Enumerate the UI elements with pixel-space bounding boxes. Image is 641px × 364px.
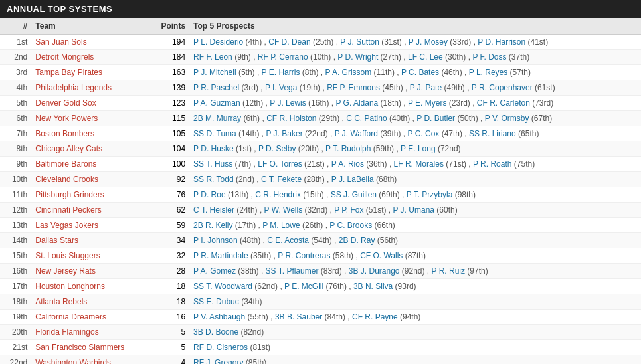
prospect-link[interactable]: P E. McGill	[284, 282, 323, 291]
prospect-link[interactable]: P D. Roe	[193, 190, 225, 199]
prospect-link[interactable]: C C. Patino	[346, 114, 387, 123]
prospect-link[interactable]: CF R. Payne	[352, 312, 398, 321]
prospect-link[interactable]: P J. Lewis	[270, 98, 306, 108]
team-cell[interactable]: San Francisco Slammers	[31, 340, 149, 355]
prospect-link[interactable]: P L. Reyes	[469, 68, 507, 77]
team-cell[interactable]: Philadelphia Legends	[31, 80, 149, 96]
prospect-link[interactable]: P D. Harrison	[478, 37, 525, 46]
prospect-link[interactable]: P J. Baker	[266, 129, 302, 138]
prospect-link[interactable]: P J. LaBella	[331, 175, 374, 184]
prospect-link[interactable]: P V. Ormsby	[485, 114, 529, 123]
prospect-link[interactable]: P A. Gomez	[193, 266, 236, 276]
prospect-link[interactable]: 2B D. Ray	[339, 236, 375, 245]
prospect-link[interactable]: P L. Desiderio	[193, 37, 243, 46]
prospect-link[interactable]: P D. Wright	[337, 52, 378, 62]
prospect-link[interactable]: RF F. Leon	[193, 52, 232, 62]
prospect-link[interactable]: P E. Long	[401, 144, 436, 153]
team-cell[interactable]: Florida Flamingos	[31, 325, 149, 340]
team-cell[interactable]: Atlanta Rebels	[31, 294, 149, 310]
team-cell[interactable]: New York Powers	[31, 111, 149, 126]
prospect-link[interactable]: SS R. Todd	[193, 175, 233, 184]
team-cell[interactable]: St. Louis Sluggers	[31, 248, 149, 264]
prospect-link[interactable]: LF R. Morales	[394, 159, 444, 169]
prospect-link[interactable]: P R. Ruiz	[432, 266, 465, 276]
prospect-link[interactable]: SS E. Dubuc	[193, 297, 239, 306]
prospect-link[interactable]: P A. Rios	[331, 159, 364, 169]
prospect-link[interactable]: P D. Huske	[193, 144, 233, 153]
prospect-link[interactable]: P I. Vega	[265, 83, 298, 92]
prospect-link[interactable]: P G. Aldana	[335, 98, 378, 108]
prospect-link[interactable]: SS J. Guillen	[331, 190, 377, 199]
prospect-link[interactable]: LF C. Lee	[408, 52, 443, 62]
team-cell[interactable]: Cleveland Crooks	[31, 172, 149, 187]
team-cell[interactable]: Boston Bombers	[31, 126, 149, 141]
team-cell[interactable]: Denver Gold Sox	[31, 96, 149, 111]
prospect-link[interactable]: CF R. Carleton	[477, 98, 530, 108]
prospect-link[interactable]: C T. Fekete	[261, 175, 302, 184]
prospect-link[interactable]: P J. Umana	[393, 205, 434, 215]
team-cell[interactable]: Las Vegas Jokers	[31, 218, 149, 233]
team-cell[interactable]: Baltimore Barons	[31, 157, 149, 172]
prospect-link[interactable]: P R. Contreras	[278, 251, 330, 260]
team-cell[interactable]: San Juan Sols	[31, 35, 149, 50]
team-cell[interactable]: New Jersey Rats	[31, 264, 149, 279]
prospect-link[interactable]: RF P. Cerrano	[258, 52, 308, 62]
prospect-link[interactable]: SS T. Pflaumer	[266, 266, 319, 276]
prospect-link[interactable]: CF D. Dean	[268, 37, 310, 46]
prospect-link[interactable]: 3B N. Silva	[353, 282, 393, 291]
prospect-link[interactable]: P W. Wells	[264, 205, 303, 215]
prospect-link[interactable]: P R. Roath	[473, 159, 511, 169]
prospect-link[interactable]: 3B J. Durango	[349, 266, 400, 276]
prospect-link[interactable]: P A. Guzman	[193, 98, 240, 108]
prospect-link[interactable]: CF R. Holston	[266, 114, 316, 123]
prospect-link[interactable]: P J. Sutton	[340, 37, 379, 46]
prospect-link[interactable]: P T. Przybyla	[407, 190, 453, 199]
prospect-link[interactable]: P T. Rudolph	[325, 144, 371, 153]
prospect-link[interactable]: RF J. Gregory	[193, 358, 243, 364]
prospect-link[interactable]: C T. Heisler	[193, 205, 234, 215]
prospect-link[interactable]: P C. Cox	[408, 129, 440, 138]
prospect-link[interactable]: 2B R. Kelly	[193, 221, 232, 230]
prospect-link[interactable]: SS T. Woodward	[193, 282, 252, 291]
prospect-link[interactable]: P J. Mosey	[409, 37, 448, 46]
team-cell[interactable]: Tampa Bay Pirates	[31, 65, 149, 80]
prospect-link[interactable]: P E. Myers	[408, 98, 446, 108]
prospect-link[interactable]: C R. Hendrix	[255, 190, 301, 199]
prospect-link[interactable]: P J. Pate	[410, 83, 442, 92]
prospect-link[interactable]: P J. Wafford	[335, 129, 378, 138]
prospect-link[interactable]: P P. Fox	[334, 205, 363, 215]
team-cell[interactable]: Houston Longhorns	[31, 279, 149, 294]
prospect-link[interactable]: P R. Copenhaver	[472, 83, 533, 92]
prospect-link[interactable]: SS T. Huss	[193, 159, 232, 169]
team-cell[interactable]: Detroit Mongrels	[31, 50, 149, 65]
prospect-link[interactable]: P C. Brooks	[329, 221, 372, 230]
prospect-link[interactable]: 3B D. Boone	[193, 327, 238, 337]
prospect-link[interactable]: P R. Paschel	[193, 83, 239, 92]
prospect-link[interactable]: P D. Butler	[416, 114, 455, 123]
prospect-link[interactable]: P A. Grissom	[325, 68, 371, 77]
prospect-link[interactable]: C E. Acosta	[267, 236, 309, 245]
prospect-link[interactable]: P M. Lowe	[262, 221, 300, 230]
prospect-link[interactable]: P J. Mitchell	[193, 68, 236, 77]
prospect-link[interactable]: RF P. Emmons	[327, 83, 380, 92]
prospect-link[interactable]: P C. Bates	[401, 68, 439, 77]
team-cell[interactable]: California Dreamers	[31, 310, 149, 325]
prospect-link[interactable]: P D. Selby	[258, 144, 296, 153]
prospect-link[interactable]: P F. Doss	[472, 52, 506, 62]
team-cell[interactable]: Washington Warbirds	[31, 355, 149, 365]
prospect-link[interactable]: 2B M. Murray	[193, 114, 241, 123]
team-cell[interactable]: Cincinnati Peckers	[31, 203, 149, 218]
prospect-link[interactable]: P R. Martindale	[193, 251, 248, 260]
prospect-link[interactable]: LF O. Torres	[258, 159, 302, 169]
prospect-link[interactable]: SS R. Liriano	[469, 129, 516, 138]
prospect-link[interactable]: P V. Ashbaugh	[193, 312, 245, 321]
team-cell[interactable]: Chicago Alley Cats	[31, 141, 149, 157]
prospect-link[interactable]: CF O. Walls	[360, 251, 403, 260]
prospect-link[interactable]: P I. Johnson	[193, 236, 238, 245]
team-cell[interactable]: Pittsburgh Grinders	[31, 187, 149, 203]
team-cell[interactable]: Dallas Stars	[31, 233, 149, 248]
prospect-link[interactable]: RF D. Cisneros	[193, 343, 248, 352]
prospect-link[interactable]: 3B B. Sauber	[275, 312, 322, 321]
prospect-link[interactable]: P E. Harris	[262, 68, 300, 77]
prospect-link[interactable]: SS D. Tuma	[193, 129, 236, 138]
